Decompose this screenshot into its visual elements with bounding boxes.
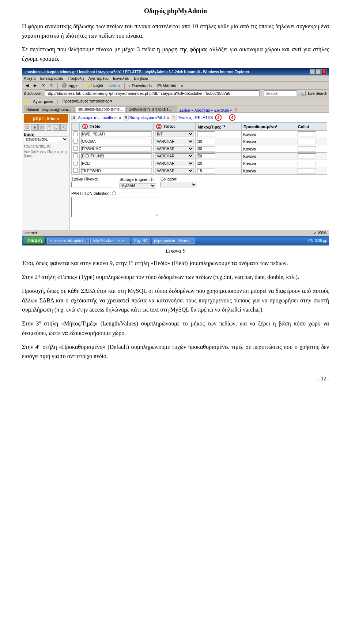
toolbar-separator-3 (124, 83, 125, 89)
back-button[interactable]: ◀ (24, 82, 30, 89)
tab-hotmail[interactable]: Hotmail - staypara@hotmai... (24, 107, 75, 112)
maximize-button[interactable]: □ (316, 69, 321, 74)
row-checkbox-6[interactable] (73, 168, 78, 173)
collation-input-5[interactable] (298, 161, 316, 166)
tab-ebusiness[interactable]: ebusiness-lab.cpdo.teime... (76, 106, 125, 112)
row-checkbox-1[interactable] (73, 131, 78, 136)
row-checkbox-5[interactable] (73, 161, 78, 165)
length-input-2[interactable] (197, 139, 215, 144)
address-input[interactable] (45, 90, 260, 96)
field-input-5[interactable] (81, 161, 152, 166)
downloads-button[interactable]: ↓ Downloads (127, 83, 154, 89)
taskbar-btn-1[interactable]: ebusiness-lab.cpdo.t... (47, 238, 89, 244)
pma-icon-4[interactable]: 📋 (46, 124, 52, 131)
games-button[interactable]: 🎮 Games (155, 82, 178, 89)
row-checkbox-3[interactable] (73, 146, 78, 151)
col3-rest: στήλη «Μήκος/Τιμές» (Length/Values) συμπ… (22, 320, 329, 336)
pma-sidebar: phpMyAdmin 🏠 ⚙ 🔄 📋 📊 🔧 Βάση staypara?db1… (22, 113, 70, 230)
search-input[interactable] (264, 90, 297, 96)
col-length-header: Μήκος/Τιμές +1 (196, 123, 241, 131)
forward-button[interactable]: ▶ (32, 82, 38, 89)
search-button[interactable]: 🔍 (298, 91, 306, 96)
stop-button[interactable]: ✕ (40, 82, 47, 89)
pma-icon-5[interactable]: 📊 (53, 124, 60, 131)
star-icon: ⭐ (24, 99, 29, 104)
suggested-sites-button[interactable]: Προτεινόμενες τοποθεσίες ▾ (61, 98, 114, 104)
length-input-3[interactable] (197, 146, 215, 152)
partition-textarea[interactable] (71, 197, 159, 217)
pma-icon-3[interactable]: 🔄 (38, 124, 45, 131)
browser-toolbar: ◀ ▶ ✕ ↻ 🔘 toggle 🔑 Login twitter ↓ Downl… (22, 82, 329, 90)
menu-edit[interactable]: Επεξεργασία (40, 76, 63, 81)
length-input-5[interactable] (197, 161, 215, 166)
type-select-6[interactable]: VARCHAR (155, 168, 194, 174)
collation-input-1[interactable] (298, 131, 316, 137)
pma-icon-row: 🏠 ⚙ 🔄 📋 📊 🔧 (24, 124, 68, 131)
browser-titlebar: ebusiness-lab.cpdo.teimes.gr / localhost… (22, 68, 329, 75)
table-icon: 📋 (171, 115, 177, 120)
collation-input-4[interactable] (298, 153, 316, 159)
twitter-button[interactable]: twitter (106, 83, 122, 89)
minimize-button[interactable]: _ (310, 69, 315, 74)
field-input-2[interactable] (81, 139, 152, 144)
collation-input-2[interactable] (298, 139, 316, 144)
start-button[interactable]: έναρξη (24, 237, 46, 245)
type-select-2[interactable]: VARCHAR (155, 139, 194, 144)
row-checkbox-4[interactable] (73, 153, 78, 158)
page-title: Οδηγός phpMyAdmin (22, 7, 329, 15)
taskbar-btn-2[interactable]: http://studweb.teme... (90, 238, 131, 244)
type-select-5[interactable]: VARCHAR (155, 161, 194, 166)
collation-select[interactable] (161, 182, 197, 187)
taskbar-time: 3:05 μμ (315, 239, 327, 243)
bc-server: 🖥 Διακομιστής: localhost (71, 115, 118, 120)
type-select-4[interactable]: VARCHAR (155, 153, 194, 159)
toggle-button[interactable]: 🔘 toggle (60, 82, 80, 89)
page-link[interactable]: Σελίδα ▾ (180, 108, 193, 112)
collation-input-3[interactable] (298, 146, 316, 152)
db-select[interactable]: staypara?db1 (24, 137, 68, 142)
field-input-1[interactable] (81, 131, 152, 137)
collation-input-6[interactable] (298, 168, 316, 174)
db-link[interactable]: Βάση: staypara?db1 (129, 115, 166, 120)
search-box: 🔍 (264, 90, 306, 96)
login-button[interactable]: 🔑 Login (85, 82, 105, 89)
menu-favorites[interactable]: Αγαπημένα (88, 76, 109, 81)
type-select-1[interactable]: INT (155, 131, 194, 137)
length-input-4[interactable] (197, 153, 215, 159)
field-input-3[interactable] (81, 146, 152, 152)
menu-help[interactable]: Βοήθεια (134, 76, 148, 81)
storage-engine-select[interactable]: MyISAM (120, 183, 156, 189)
pma-icon-1[interactable]: 🏠 (24, 124, 30, 131)
help-icon[interactable]: ❓ (233, 108, 238, 112)
refresh-button[interactable]: ↻ (48, 82, 55, 89)
taskbar-btn-4[interactable]: phpmyadmin - Micros... (152, 238, 195, 244)
menu-file[interactable]: Αρχείο (24, 76, 36, 81)
menu-view[interactable]: Προβολή (68, 76, 84, 81)
taskbar-btn-3[interactable]: Εργ. ΒΔ (132, 238, 150, 244)
length-input-6[interactable] (197, 168, 215, 174)
menu-tools[interactable]: Εργαλεία (113, 76, 129, 81)
field-input-6[interactable] (81, 168, 152, 174)
field-input-4[interactable] (81, 153, 152, 159)
tab-university[interactable]: UNIVERSITY STUDENTS SYST... (126, 107, 177, 112)
db-label: Βάση (24, 132, 68, 137)
type-select-3[interactable]: VARCHAR (155, 146, 194, 152)
taskbar-right: EN 3:05 μμ (308, 239, 327, 243)
pma-icon-2[interactable]: ⚙ (31, 124, 38, 131)
favorites-button[interactable]: Αγαπημένα (31, 98, 55, 104)
tools-link[interactable]: Εργαλεία ▾ (214, 108, 232, 112)
table-comments-input[interactable] (71, 182, 115, 187)
length-input-1[interactable] (197, 131, 215, 137)
table-comments-label: Σχόλια Πίνακα: (71, 177, 115, 181)
status-left: Internet (24, 231, 37, 235)
taskbar-lang: EN (308, 239, 313, 243)
server-link[interactable]: Διακομιστής: localhost (78, 115, 118, 120)
titlebar-text: ebusiness-lab.cpdo.teimes.gr / localhost… (24, 70, 249, 74)
close-button[interactable]: ✕ (321, 69, 327, 74)
tab-controls: Σελίδα ▾ Ασφάλεια ▾ Εργαλεία ▾ ❓ (180, 108, 238, 112)
collation-field: Collation: (161, 177, 197, 187)
safety-link[interactable]: Ασφάλεια ▾ (195, 108, 213, 112)
pma-icon-6[interactable]: 🔧 (60, 124, 67, 131)
row-checkbox-2[interactable] (73, 139, 78, 144)
table-link[interactable]: Πίνακας : PELATES (177, 115, 213, 120)
